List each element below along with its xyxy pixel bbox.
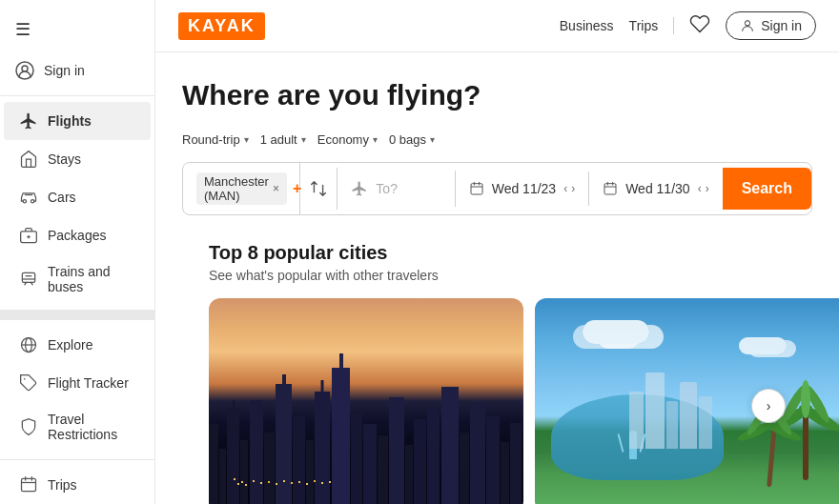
- origin-field[interactable]: Manchester (MAN) × +: [183, 163, 300, 214]
- city-card-nyc[interactable]: [209, 298, 523, 504]
- swap-button[interactable]: [300, 168, 338, 210]
- sidebar-item-travel-restrictions[interactable]: Travel Restrictions: [4, 402, 151, 452]
- cities-carousel: ›: [209, 298, 786, 504]
- adults-label: 1 adult: [260, 132, 297, 147]
- flights-icon: [19, 111, 38, 131]
- sidebar-explore-label: Explore: [48, 337, 92, 353]
- cabin-label: Economy: [317, 132, 369, 147]
- svg-rect-15: [604, 184, 616, 194]
- topnav: KAYAK Business Trips Sign in: [155, 0, 839, 52]
- popular-section: Top 8 popular cities See what's popular …: [182, 242, 812, 504]
- page-title: Where are you flying?: [182, 79, 812, 111]
- date2-next[interactable]: ›: [706, 182, 709, 195]
- adults-chevron: ▾: [301, 134, 306, 145]
- topnav-divider: [673, 17, 674, 34]
- popular-subtitle: See what's popular with other travelers: [209, 268, 786, 283]
- sidebar-packages-label: Packages: [48, 228, 106, 243]
- carousel-next-button[interactable]: ›: [751, 389, 786, 423]
- search-bar: Manchester (MAN) × + To?: [182, 162, 812, 215]
- svg-rect-7: [22, 272, 34, 282]
- sidebar-item-flights[interactable]: Flights: [4, 102, 151, 140]
- sidebar: ☰ Sign in Flights Stays: [0, 0, 155, 504]
- sidebar-item-trains[interactable]: Trains and buses: [4, 254, 151, 304]
- sidebar-cars-label: Cars: [48, 190, 76, 205]
- sidebar-restrictions-label: Travel Restrictions: [48, 412, 135, 442]
- user-icon: [15, 61, 34, 80]
- main-content: KAYAK Business Trips Sign in Where are y…: [155, 0, 839, 504]
- sidebar-item-stays[interactable]: Stays: [4, 140, 151, 178]
- city-card-orlando[interactable]: [535, 298, 839, 504]
- hamburger-icon: ☰: [15, 20, 31, 39]
- favorites-icon[interactable]: [689, 13, 710, 39]
- date1-prev[interactable]: ‹: [563, 182, 567, 195]
- svg-point-13: [746, 21, 750, 26]
- date1-next[interactable]: ›: [571, 182, 575, 195]
- signin-label: Sign in: [761, 18, 802, 33]
- cabin-chevron: ▾: [373, 134, 378, 145]
- packages-icon: [19, 226, 38, 245]
- sidebar-divider-1: [0, 95, 154, 96]
- topnav-right: Business Trips Sign in: [560, 11, 816, 40]
- sidebar-item-trips[interactable]: Trips: [4, 466, 151, 504]
- bags-chevron: ▾: [430, 134, 435, 145]
- sidebar-divider-3: [0, 459, 154, 460]
- date2-field[interactable]: Wed 11/30 ‹ ›: [589, 171, 722, 206]
- adults-dropdown[interactable]: 1 adult ▾: [260, 131, 306, 149]
- svg-rect-14: [471, 184, 482, 194]
- cars-icon: [19, 188, 38, 207]
- sidebar-signin[interactable]: Sign in: [0, 51, 154, 90]
- bags-label: 0 bags: [389, 132, 426, 147]
- sidebar-item-flight-tracker[interactable]: Flight Tracker: [4, 364, 151, 402]
- explore-icon: [19, 335, 38, 354]
- stays-icon: [19, 150, 38, 169]
- cabin-dropdown[interactable]: Economy ▾: [317, 131, 378, 149]
- sidebar-item-cars[interactable]: Cars: [4, 178, 151, 216]
- signin-button[interactable]: Sign in: [726, 11, 816, 40]
- trip-options-bar: Round-trip ▾ 1 adult ▾ Economy ▾ 0 bags …: [182, 131, 812, 149]
- origin-tag: Manchester (MAN) ×: [196, 172, 287, 205]
- flight-tracker-icon: [19, 373, 38, 393]
- destination-placeholder: To?: [376, 181, 398, 196]
- remove-origin-button[interactable]: ×: [273, 182, 279, 195]
- carousel-next-icon: ›: [767, 398, 771, 413]
- hamburger-button[interactable]: ☰: [0, 8, 154, 51]
- sidebar-item-explore[interactable]: Explore: [4, 326, 151, 364]
- content-area: Where are you flying? Round-trip ▾ 1 adu…: [155, 52, 839, 504]
- trip-type-chevron: ▾: [244, 134, 249, 145]
- date1-value: Wed 11/23: [492, 181, 556, 196]
- svg-point-2: [23, 199, 26, 202]
- date1-field[interactable]: Wed 11/23 ‹ ›: [456, 171, 589, 206]
- kayak-logo: KAYAK: [178, 12, 265, 40]
- date1-nav: ‹ ›: [563, 182, 575, 195]
- sidebar-signin-label: Sign in: [44, 63, 85, 78]
- trip-type-dropdown[interactable]: Round-trip ▾: [182, 131, 249, 149]
- sidebar-stays-label: Stays: [48, 151, 81, 167]
- svg-point-3: [31, 199, 34, 202]
- trips-link[interactable]: Trips: [629, 18, 659, 33]
- sidebar-divider-2: [0, 310, 154, 321]
- date2-nav: ‹ ›: [698, 182, 709, 195]
- sidebar-trips-label: Trips: [48, 477, 77, 493]
- sidebar-item-packages[interactable]: Packages: [4, 216, 151, 254]
- business-link[interactable]: Business: [560, 18, 614, 33]
- destination-field[interactable]: To?: [338, 171, 455, 207]
- trips-icon: [19, 475, 38, 494]
- svg-point-1: [22, 66, 28, 71]
- sidebar-tracker-label: Flight Tracker: [48, 375, 129, 391]
- popular-title: Top 8 popular cities: [209, 242, 786, 264]
- sidebar-flights-label: Flights: [48, 113, 92, 129]
- bags-dropdown[interactable]: 0 bags ▾: [389, 131, 435, 149]
- date2-prev[interactable]: ‹: [698, 182, 702, 195]
- trains-icon: [19, 270, 38, 289]
- trip-type-label: Round-trip: [182, 132, 240, 147]
- origin-value: Manchester (MAN): [204, 174, 269, 203]
- travel-restrictions-icon: [19, 417, 38, 436]
- date2-value: Wed 11/30: [625, 181, 689, 196]
- svg-rect-12: [22, 478, 36, 491]
- search-button[interactable]: Search: [723, 168, 811, 210]
- sidebar-trains-label: Trains and buses: [48, 264, 135, 294]
